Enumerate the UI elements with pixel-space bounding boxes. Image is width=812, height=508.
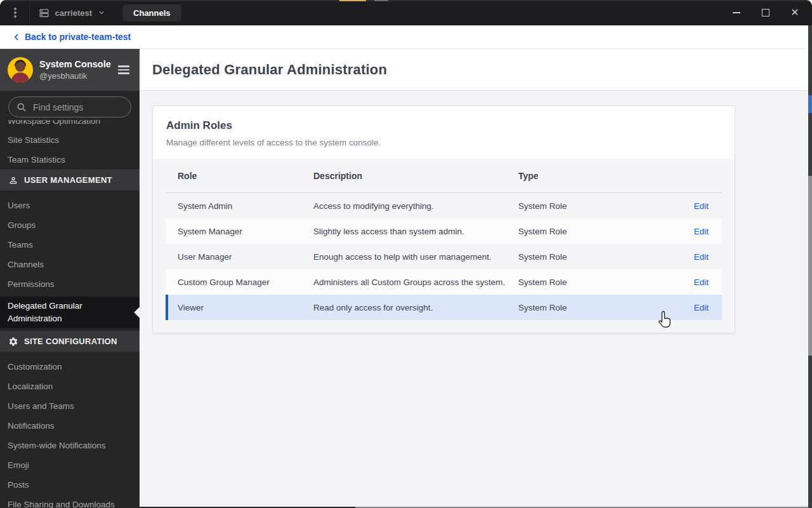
- sidebar-item-users-and-teams[interactable]: Users and Teams: [0, 396, 140, 416]
- kebab-menu-icon[interactable]: [11, 5, 19, 20]
- card-title: Admin Roles: [166, 119, 721, 132]
- sidebar-item-label: System-wide Notifications: [8, 441, 106, 450]
- edit-link[interactable]: Edit: [694, 277, 709, 287]
- sidebar-item-label: Notifications: [8, 421, 55, 431]
- cell-type: System Role: [518, 277, 676, 287]
- cell-role: Custom Group Manager: [178, 277, 313, 287]
- user-icon: [8, 175, 18, 185]
- sidebar-item-label: File Sharing and Downloads: [8, 500, 115, 508]
- sidebar-item-label: Posts: [8, 480, 29, 490]
- sidebar-item-workspace-optimization[interactable]: Workspace Optimization: [0, 120, 140, 130]
- sidebar: System Console @yesbhautik Workspace Opt…: [0, 49, 140, 508]
- sidebar-item-label: Channels: [8, 260, 44, 269]
- table-row-user-manager: User ManagerEnough access to help with u…: [166, 244, 722, 269]
- sidebar-item-emoji[interactable]: Emoji: [0, 455, 140, 475]
- sidebar-item-delegated-granular-administration[interactable]: Delegated Granular Administration: [0, 297, 140, 328]
- search-icon: [16, 102, 27, 112]
- sidebar-item-team-statistics[interactable]: Team Statistics: [0, 150, 140, 170]
- sidebar-item-users[interactable]: Users: [0, 196, 140, 215]
- gear-icon: [8, 337, 18, 347]
- sidebar-item-groups[interactable]: Groups: [0, 215, 140, 235]
- sidebar-item-site-statistics[interactable]: Site Statistics: [0, 130, 140, 150]
- hamburger-menu-icon[interactable]: [115, 63, 132, 77]
- sidebar-item-label: Localization: [8, 382, 53, 391]
- sidebar-item-localization[interactable]: Localization: [0, 377, 140, 396]
- sidebar-section-label: SITE CONFIGURATION: [24, 337, 117, 346]
- sidebar-item-system-wide-notifications[interactable]: System-wide Notifications: [0, 436, 140, 455]
- maximize-icon: [762, 9, 769, 17]
- app-window: carrietest Channels ✕ Back to private-te…: [0, 0, 812, 508]
- cell-description: Read only access for oversight.: [313, 303, 518, 312]
- chevron-down-icon: [98, 9, 105, 17]
- cell-role: User Manager: [178, 252, 313, 262]
- cell-role: System Manager: [178, 227, 313, 236]
- minimize-icon: [733, 12, 740, 13]
- page-title: Delegated Granular Administration: [152, 62, 387, 78]
- sidebar-item-permissions[interactable]: Permissions: [0, 274, 140, 294]
- sidebar-section-label: USER MANAGEMENT: [24, 175, 112, 185]
- server-icon: [39, 8, 49, 18]
- sidebar-section-user-management: USER MANAGEMENT: [0, 170, 140, 190]
- edit-link[interactable]: Edit: [694, 303, 709, 312]
- table-row-custom-group-manager: Custom Group ManagerAdministers all Cust…: [166, 269, 722, 295]
- back-link[interactable]: Back to private-team-test: [13, 32, 131, 42]
- sidebar-item-label: Permissions: [8, 279, 55, 289]
- window-controls: ✕: [722, 0, 809, 25]
- scrollbar-thumb[interactable]: [808, 176, 812, 356]
- back-bar: Back to private-team-test: [0, 25, 812, 49]
- sidebar-item-label: Emoji: [8, 460, 29, 470]
- server-name: carrietest: [55, 8, 93, 18]
- sidebar-header: System Console @yesbhautik: [0, 49, 140, 91]
- sidebar-item-label: Team Statistics: [8, 155, 65, 164]
- sidebar-item-label: Delegated Granular Administration: [8, 300, 123, 325]
- cell-description: Access to modifying everything.: [313, 201, 518, 211]
- sidebar-username: @yesbhautik: [39, 70, 111, 81]
- sidebar-item-label: Users: [8, 201, 30, 210]
- sidebar-item-file-sharing-and-downloads[interactable]: File Sharing and Downloads: [0, 495, 140, 508]
- card-subtitle: Manage different levels of access to the…: [166, 138, 721, 147]
- roles-table: Role Description Type System AdminAccess…: [153, 159, 735, 333]
- selected-indicator: [134, 307, 140, 318]
- cell-role: Viewer: [178, 303, 313, 312]
- edit-link[interactable]: Edit: [694, 252, 709, 262]
- maximize-button[interactable]: [751, 0, 780, 25]
- titlebar-divider: [29, 0, 30, 25]
- tab-channels[interactable]: Channels: [122, 4, 181, 22]
- minimize-button[interactable]: [722, 0, 751, 25]
- column-header-type: Type: [518, 171, 676, 181]
- admin-roles-card: Admin Roles Manage different levels of a…: [152, 105, 735, 333]
- search-box[interactable]: [8, 97, 131, 117]
- search-wrap: [0, 91, 140, 120]
- sidebar-item-posts[interactable]: Posts: [0, 475, 140, 495]
- avatar[interactable]: [8, 57, 33, 83]
- cell-type: System Role: [518, 227, 676, 236]
- cell-type: System Role: [518, 252, 676, 262]
- sidebar-title: System Console: [39, 58, 111, 70]
- column-header-role: Role: [178, 171, 313, 181]
- cell-description: Enough access to help with user manageme…: [313, 252, 518, 262]
- cell-description: Slightly less access than system admin.: [313, 227, 518, 236]
- sidebar-item-notifications[interactable]: Notifications: [0, 416, 140, 436]
- search-input[interactable]: [32, 102, 123, 113]
- cell-type: System Role: [518, 201, 676, 211]
- close-button[interactable]: ✕: [780, 0, 809, 25]
- main-header: Delegated Granular Administration: [140, 49, 812, 91]
- sidebar-item-channels[interactable]: Channels: [0, 255, 140, 274]
- server-selector[interactable]: carrietest: [39, 8, 106, 18]
- sidebar-item-customization[interactable]: Customization: [0, 357, 140, 377]
- right-scrollbar[interactable]: [808, 25, 812, 508]
- cell-role: System Admin: [178, 201, 313, 211]
- column-header-description: Description: [313, 171, 518, 181]
- sidebar-item-label: Users and Teams: [8, 401, 74, 411]
- sidebar-item-label: Site Statistics: [8, 135, 59, 145]
- sidebar-item-label: Workspace Optimization: [8, 120, 100, 126]
- sidebar-item-teams[interactable]: Teams: [0, 235, 140, 255]
- close-icon: ✕: [790, 8, 799, 18]
- back-link-label: Back to private-team-test: [25, 32, 131, 42]
- edit-link[interactable]: Edit: [694, 201, 709, 211]
- table-row-system-manager: System ManagerSlightly less access than …: [166, 218, 722, 244]
- sidebar-item-label: Teams: [8, 240, 33, 250]
- edit-link[interactable]: Edit: [694, 227, 709, 236]
- main-content: Delegated Granular Administration Admin …: [140, 49, 812, 508]
- cell-type: System Role: [518, 303, 676, 312]
